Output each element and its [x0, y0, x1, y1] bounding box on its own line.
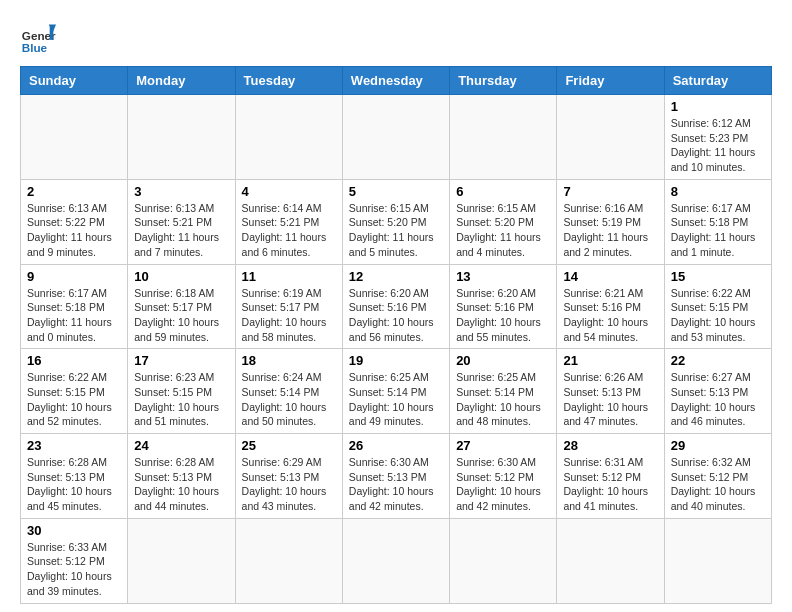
calendar-cell: 27Sunrise: 6:30 AM Sunset: 5:12 PM Dayli… [450, 434, 557, 519]
weekday-header-wednesday: Wednesday [342, 67, 449, 95]
day-info: Sunrise: 6:32 AM Sunset: 5:12 PM Dayligh… [671, 455, 765, 514]
calendar-cell [664, 518, 771, 603]
weekday-header-saturday: Saturday [664, 67, 771, 95]
day-number: 28 [563, 438, 657, 453]
day-info: Sunrise: 6:17 AM Sunset: 5:18 PM Dayligh… [671, 201, 765, 260]
day-info: Sunrise: 6:28 AM Sunset: 5:13 PM Dayligh… [27, 455, 121, 514]
calendar-cell [128, 518, 235, 603]
day-number: 5 [349, 184, 443, 199]
day-info: Sunrise: 6:29 AM Sunset: 5:13 PM Dayligh… [242, 455, 336, 514]
day-number: 10 [134, 269, 228, 284]
calendar-cell: 9Sunrise: 6:17 AM Sunset: 5:18 PM Daylig… [21, 264, 128, 349]
svg-rect-3 [50, 27, 54, 40]
day-number: 6 [456, 184, 550, 199]
day-number: 4 [242, 184, 336, 199]
day-number: 25 [242, 438, 336, 453]
day-info: Sunrise: 6:21 AM Sunset: 5:16 PM Dayligh… [563, 286, 657, 345]
day-info: Sunrise: 6:20 AM Sunset: 5:16 PM Dayligh… [456, 286, 550, 345]
day-info: Sunrise: 6:17 AM Sunset: 5:18 PM Dayligh… [27, 286, 121, 345]
calendar-cell: 2Sunrise: 6:13 AM Sunset: 5:22 PM Daylig… [21, 179, 128, 264]
weekday-header-monday: Monday [128, 67, 235, 95]
day-info: Sunrise: 6:14 AM Sunset: 5:21 PM Dayligh… [242, 201, 336, 260]
calendar-week-5: 30Sunrise: 6:33 AM Sunset: 5:12 PM Dayli… [21, 518, 772, 603]
day-info: Sunrise: 6:22 AM Sunset: 5:15 PM Dayligh… [27, 370, 121, 429]
calendar-cell: 10Sunrise: 6:18 AM Sunset: 5:17 PM Dayli… [128, 264, 235, 349]
calendar-cell [342, 518, 449, 603]
calendar-cell: 7Sunrise: 6:16 AM Sunset: 5:19 PM Daylig… [557, 179, 664, 264]
calendar-cell: 15Sunrise: 6:22 AM Sunset: 5:15 PM Dayli… [664, 264, 771, 349]
calendar-table: SundayMondayTuesdayWednesdayThursdayFrid… [20, 66, 772, 604]
day-info: Sunrise: 6:13 AM Sunset: 5:21 PM Dayligh… [134, 201, 228, 260]
day-info: Sunrise: 6:28 AM Sunset: 5:13 PM Dayligh… [134, 455, 228, 514]
day-number: 7 [563, 184, 657, 199]
day-info: Sunrise: 6:30 AM Sunset: 5:13 PM Dayligh… [349, 455, 443, 514]
calendar-cell: 14Sunrise: 6:21 AM Sunset: 5:16 PM Dayli… [557, 264, 664, 349]
calendar-cell: 6Sunrise: 6:15 AM Sunset: 5:20 PM Daylig… [450, 179, 557, 264]
day-info: Sunrise: 6:20 AM Sunset: 5:16 PM Dayligh… [349, 286, 443, 345]
day-number: 29 [671, 438, 765, 453]
calendar-cell [342, 95, 449, 180]
day-info: Sunrise: 6:27 AM Sunset: 5:13 PM Dayligh… [671, 370, 765, 429]
day-info: Sunrise: 6:15 AM Sunset: 5:20 PM Dayligh… [349, 201, 443, 260]
calendar-cell: 16Sunrise: 6:22 AM Sunset: 5:15 PM Dayli… [21, 349, 128, 434]
day-info: Sunrise: 6:18 AM Sunset: 5:17 PM Dayligh… [134, 286, 228, 345]
calendar-header: SundayMondayTuesdayWednesdayThursdayFrid… [21, 67, 772, 95]
calendar-week-4: 23Sunrise: 6:28 AM Sunset: 5:13 PM Dayli… [21, 434, 772, 519]
day-info: Sunrise: 6:33 AM Sunset: 5:12 PM Dayligh… [27, 540, 121, 599]
day-number: 8 [671, 184, 765, 199]
calendar-cell: 17Sunrise: 6:23 AM Sunset: 5:15 PM Dayli… [128, 349, 235, 434]
day-info: Sunrise: 6:25 AM Sunset: 5:14 PM Dayligh… [456, 370, 550, 429]
day-number: 1 [671, 99, 765, 114]
logo-icon: General Blue [20, 20, 56, 56]
calendar-cell: 13Sunrise: 6:20 AM Sunset: 5:16 PM Dayli… [450, 264, 557, 349]
header: General Blue [20, 20, 772, 56]
calendar-cell: 3Sunrise: 6:13 AM Sunset: 5:21 PM Daylig… [128, 179, 235, 264]
day-number: 21 [563, 353, 657, 368]
calendar-cell: 23Sunrise: 6:28 AM Sunset: 5:13 PM Dayli… [21, 434, 128, 519]
day-info: Sunrise: 6:23 AM Sunset: 5:15 PM Dayligh… [134, 370, 228, 429]
calendar-cell [450, 95, 557, 180]
day-info: Sunrise: 6:13 AM Sunset: 5:22 PM Dayligh… [27, 201, 121, 260]
calendar-cell: 30Sunrise: 6:33 AM Sunset: 5:12 PM Dayli… [21, 518, 128, 603]
day-info: Sunrise: 6:12 AM Sunset: 5:23 PM Dayligh… [671, 116, 765, 175]
calendar-cell [128, 95, 235, 180]
calendar-cell: 11Sunrise: 6:19 AM Sunset: 5:17 PM Dayli… [235, 264, 342, 349]
day-number: 2 [27, 184, 121, 199]
day-number: 18 [242, 353, 336, 368]
weekday-header-sunday: Sunday [21, 67, 128, 95]
calendar-cell: 24Sunrise: 6:28 AM Sunset: 5:13 PM Dayli… [128, 434, 235, 519]
svg-text:Blue: Blue [22, 41, 48, 54]
calendar-week-1: 2Sunrise: 6:13 AM Sunset: 5:22 PM Daylig… [21, 179, 772, 264]
calendar-cell: 29Sunrise: 6:32 AM Sunset: 5:12 PM Dayli… [664, 434, 771, 519]
calendar-week-0: 1Sunrise: 6:12 AM Sunset: 5:23 PM Daylig… [21, 95, 772, 180]
day-info: Sunrise: 6:22 AM Sunset: 5:15 PM Dayligh… [671, 286, 765, 345]
calendar-cell: 1Sunrise: 6:12 AM Sunset: 5:23 PM Daylig… [664, 95, 771, 180]
day-number: 9 [27, 269, 121, 284]
calendar-cell: 25Sunrise: 6:29 AM Sunset: 5:13 PM Dayli… [235, 434, 342, 519]
calendar-cell: 8Sunrise: 6:17 AM Sunset: 5:18 PM Daylig… [664, 179, 771, 264]
logo: General Blue [20, 20, 56, 56]
weekday-header-friday: Friday [557, 67, 664, 95]
calendar-cell: 26Sunrise: 6:30 AM Sunset: 5:13 PM Dayli… [342, 434, 449, 519]
calendar-cell [557, 518, 664, 603]
day-number: 24 [134, 438, 228, 453]
day-info: Sunrise: 6:15 AM Sunset: 5:20 PM Dayligh… [456, 201, 550, 260]
day-info: Sunrise: 6:30 AM Sunset: 5:12 PM Dayligh… [456, 455, 550, 514]
day-number: 30 [27, 523, 121, 538]
calendar-cell: 20Sunrise: 6:25 AM Sunset: 5:14 PM Dayli… [450, 349, 557, 434]
day-number: 26 [349, 438, 443, 453]
calendar-cell: 4Sunrise: 6:14 AM Sunset: 5:21 PM Daylig… [235, 179, 342, 264]
day-info: Sunrise: 6:25 AM Sunset: 5:14 PM Dayligh… [349, 370, 443, 429]
day-number: 22 [671, 353, 765, 368]
day-number: 13 [456, 269, 550, 284]
calendar-body: 1Sunrise: 6:12 AM Sunset: 5:23 PM Daylig… [21, 95, 772, 604]
weekday-header-row: SundayMondayTuesdayWednesdayThursdayFrid… [21, 67, 772, 95]
calendar-cell: 21Sunrise: 6:26 AM Sunset: 5:13 PM Dayli… [557, 349, 664, 434]
weekday-header-thursday: Thursday [450, 67, 557, 95]
day-number: 27 [456, 438, 550, 453]
day-number: 15 [671, 269, 765, 284]
calendar-cell: 28Sunrise: 6:31 AM Sunset: 5:12 PM Dayli… [557, 434, 664, 519]
day-number: 16 [27, 353, 121, 368]
calendar-cell [557, 95, 664, 180]
day-number: 17 [134, 353, 228, 368]
